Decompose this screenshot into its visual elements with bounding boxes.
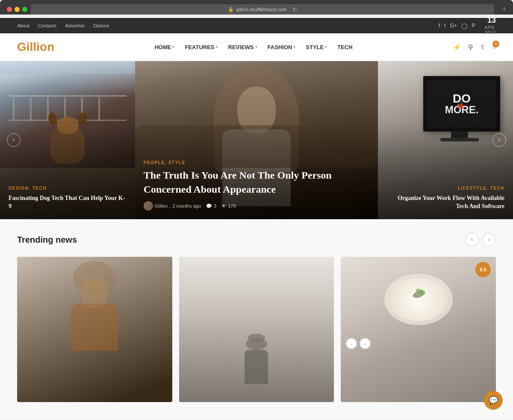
hero-card-3-category: LIFESTYLE, TECH	[386, 186, 504, 191]
lock-icon: 🔒	[228, 7, 234, 12]
minimize-dot[interactable]	[15, 7, 20, 12]
site-header: Gillion HOME ▾ FEATURES ▾ REVIEWS ▾ FASH…	[0, 33, 513, 61]
hero-card-1[interactable]: ‹ DESIGN, TECH Fascinating Dog Tech That…	[0, 61, 135, 219]
bowl-outer	[384, 274, 453, 325]
card3-next-btn[interactable]: ›	[360, 338, 371, 349]
logo-g: G	[17, 40, 27, 53]
address-bar[interactable]: 🔒 gillion.shufflehound.com ↻	[31, 4, 494, 15]
food-texture	[389, 278, 448, 321]
hero-author: Gillion, 2 months ago	[144, 201, 201, 211]
nav-contacts[interactable]: Contacts	[38, 23, 56, 28]
nav-tech[interactable]: TECH	[337, 44, 352, 50]
trending-header: Trending news ‹ ›	[17, 233, 496, 247]
date-day: 13	[487, 16, 496, 25]
google-plus-icon[interactable]: G+	[450, 23, 457, 29]
instagram-icon[interactable]: ◯	[461, 23, 468, 29]
hero-card-1-content: DESIGN, TECH Fascinating Dog Tech That C…	[0, 177, 135, 219]
social-icons: f t G+ ◯ P	[439, 23, 475, 29]
hero-card-2-meta: Gillion, 2 months ago 💬 3 👁 178	[144, 201, 369, 211]
woman1-body	[71, 304, 118, 351]
nav-style[interactable]: STYLE ▾	[306, 44, 327, 50]
chat-fab-icon: 💬	[489, 396, 498, 405]
logo-rest: illion	[27, 40, 54, 53]
features-dropdown-icon: ▾	[216, 45, 218, 49]
trending-card-1-img	[17, 257, 172, 351]
nav-options[interactable]: Options	[93, 23, 109, 28]
chat-fab-button[interactable]: 💬	[484, 391, 503, 410]
card-inner-nav: ‹ ›	[346, 338, 371, 349]
hero-card-2-content: PEOPLE, STYLE The Truth Is You Are Not T…	[135, 152, 378, 219]
browser-controls: 🔒 gillion.shufflehound.com ↻ +	[7, 4, 506, 15]
nav-advertise[interactable]: Advertise	[65, 23, 85, 28]
hero-card-3[interactable]: DO MORE. 🍎 › LIFESTYLE, TECH Organize Yo…	[378, 61, 513, 219]
trending-card-3-img	[341, 257, 496, 351]
cart-badge: 0	[492, 41, 499, 47]
browser-window: 🔒 gillion.shufflehound.com ↻ +	[0, 0, 513, 15]
nav-reviews[interactable]: REVIEWS ▾	[228, 44, 257, 50]
main-nav: HOME ▾ FEATURES ▾ REVIEWS ▾ FASHION ▾ ST…	[154, 44, 352, 50]
trending-section: Trending news ‹ › GUIDE, PHOTOGRAPHY Fas…	[0, 219, 513, 419]
fashion-dropdown-icon: ▾	[293, 45, 295, 49]
hero-card-3-content: LIFESTYLE, TECH Organize Your Work Flow …	[378, 177, 513, 219]
top-bar-nav: About Contacts Advertise Options	[17, 23, 109, 28]
facebook-icon[interactable]: f	[439, 23, 440, 29]
top-bar-right: f t G+ ◯ P 13 APR2017	[439, 16, 496, 35]
nav-features[interactable]: FEATURES ▾	[185, 44, 218, 50]
card3-prev-btn[interactable]: ‹	[346, 338, 357, 349]
pinterest-icon[interactable]: P	[472, 23, 475, 29]
trending-cards-grid: GUIDE, PHOTOGRAPHY Fascinating Photo Edi…	[17, 257, 496, 402]
traffic-lights	[7, 7, 27, 12]
home-dropdown-icon: ▾	[172, 45, 174, 49]
food-surface	[389, 278, 448, 321]
site-wrapper: About Contacts Advertise Options f t G+ …	[0, 18, 513, 419]
trending-card-1[interactable]: GUIDE, PHOTOGRAPHY Fascinating Photo Edi…	[17, 257, 172, 402]
reload-icon[interactable]: ↻	[292, 6, 297, 13]
nav-home[interactable]: HOME ▾	[154, 44, 174, 50]
bolt-icon[interactable]: ⚡	[453, 43, 461, 51]
comment-icon: 💬	[206, 203, 212, 209]
date-month: APR2017	[485, 25, 496, 35]
hero-views: 👁 178	[221, 203, 236, 209]
views-icon: 👁	[221, 203, 226, 209]
hero-prev-button[interactable]: ‹	[7, 133, 21, 147]
reviews-dropdown-icon: ▾	[255, 45, 257, 49]
trending-card-2[interactable]: LIFESTYLE, MOTIVATION The Single Most Im…	[179, 257, 334, 402]
date-display: 13 APR2017	[485, 16, 496, 35]
close-dot[interactable]	[7, 7, 12, 12]
top-bar: About Contacts Advertise Options f t G+ …	[0, 18, 513, 33]
hero-card-2-category: PEOPLE, STYLE	[144, 160, 369, 165]
new-tab-button[interactable]: +	[502, 6, 506, 13]
hero-next-button[interactable]: ›	[492, 133, 506, 147]
url-text: gillion.shufflehound.com	[236, 7, 287, 12]
share-icon[interactable]: ⇧	[480, 44, 485, 51]
style-dropdown-icon: ▾	[325, 45, 327, 49]
browser-right: +	[498, 6, 506, 13]
trending-next-button[interactable]: ›	[482, 233, 496, 247]
maximize-dot[interactable]	[22, 7, 27, 12]
author-avatar	[144, 201, 153, 211]
hero-card-2[interactable]: PEOPLE, STYLE The Truth Is You Are Not T…	[135, 61, 378, 219]
hero-card-1-title: Fascinating Dog Tech That Can Help Your …	[9, 194, 127, 211]
fog-overlay	[179, 257, 334, 402]
hero-slider: ‹ DESIGN, TECH Fascinating Dog Tech That…	[0, 61, 513, 219]
search-icon[interactable]: ⚲	[468, 43, 473, 51]
nav-fashion[interactable]: FASHION ▾	[268, 44, 296, 50]
trending-prev-button[interactable]: ‹	[465, 233, 479, 247]
trending-nav: ‹ ›	[465, 233, 496, 247]
nav-about[interactable]: About	[17, 23, 29, 28]
header-icons: ⚡ ⚲ ⇧ ○ 0	[453, 43, 496, 51]
trending-title: Trending news	[17, 235, 77, 245]
rating-badge: 6.5	[475, 262, 491, 277]
site-logo[interactable]: Gillion	[17, 40, 54, 54]
hero-card-1-category: DESIGN, TECH	[9, 186, 127, 191]
trending-card-2-img	[179, 257, 334, 351]
hero-card-2-title: The Truth Is You Are Not The Only Person…	[144, 168, 369, 197]
trending-card-3[interactable]: 6.5	[341, 257, 496, 402]
hero-card-3-title: Organize Your Work Flow With Available T…	[386, 194, 504, 211]
cart-icon-wrap[interactable]: ○ 0	[492, 43, 496, 51]
twitter-icon[interactable]: t	[444, 23, 445, 29]
hero-comments: 💬 3	[206, 203, 216, 209]
